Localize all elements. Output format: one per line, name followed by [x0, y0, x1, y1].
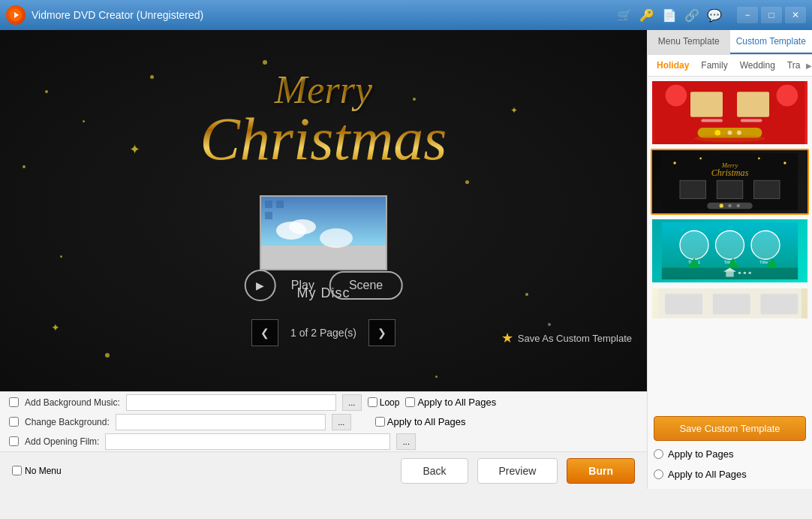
- close-button[interactable]: ✕: [785, 7, 806, 23]
- cat-tra[interactable]: Tra: [781, 58, 807, 73]
- deco-star-1: ✦: [129, 141, 140, 158]
- apply-all-radio[interactable]: [654, 469, 663, 479]
- add-film-row: Add Opening Film: ...: [9, 433, 638, 450]
- apply-all-1-checkbox[interactable]: [405, 397, 415, 407]
- svg-point-51: [749, 272, 751, 274]
- titlebar: Vidmore DVD Creator (Unregistered) 🛒 🔑 📄…: [0, 0, 812, 30]
- apply-all-label: Apply to All Pages: [668, 469, 747, 480]
- cat-wedding[interactable]: Wedding: [734, 58, 781, 73]
- bg-music-row: Add Background Music: ... Loop Apply to …: [9, 394, 638, 411]
- next-page-button[interactable]: ❯: [368, 319, 395, 346]
- xmas-text: Merry Christmas: [200, 68, 447, 166]
- svg-point-35: [737, 204, 740, 207]
- maximize-button[interactable]: □: [761, 7, 782, 23]
- svg-point-11: [666, 85, 687, 107]
- svg-rect-30: [717, 180, 743, 198]
- svg-point-21: [694, 135, 765, 143]
- no-menu-checkbox[interactable]: [12, 466, 22, 475]
- save-custom-label: Save As Custom Template: [518, 333, 632, 344]
- deco-star-3: ✦: [262, 391, 275, 391]
- svg-point-49: [738, 272, 741, 274]
- burn-button[interactable]: Burn: [567, 458, 635, 484]
- category-nav-right[interactable]: ▶: [806, 62, 812, 70]
- apply-pages-row: Apply to Pages: [654, 445, 806, 463]
- preview-canvas: ✦ ✦ ✦ ✦ Merry Christmas: [0, 30, 647, 391]
- add-film-browse-button[interactable]: ...: [396, 433, 416, 450]
- apply-area: Apply to Pages Apply to All Pages: [654, 445, 806, 483]
- template-preview-1: [652, 81, 807, 144]
- apply-all-2-label: Apply to All Pages: [387, 416, 466, 427]
- svg-rect-31: [753, 180, 780, 198]
- deco-star-4: ✦: [510, 105, 518, 116]
- cat-holiday[interactable]: Holiday: [651, 58, 695, 73]
- save-custom-area[interactable]: ★ Save As Custom Template: [501, 330, 632, 346]
- change-bg-checkbox[interactable]: [9, 417, 19, 427]
- template-item-3[interactable]: Title 1 Title 2 Title 3: [651, 218, 809, 284]
- back-button[interactable]: Back: [401, 458, 468, 484]
- prev-page-button[interactable]: ❮: [251, 319, 278, 346]
- right-panel: Menu Template Custom Template Holiday Fa…: [647, 30, 812, 489]
- template-item-1[interactable]: [651, 80, 809, 146]
- svg-point-25: [699, 158, 702, 160]
- app-title: Vidmore DVD Creator (Unregistered): [32, 9, 617, 21]
- cat-family[interactable]: Family: [695, 58, 733, 73]
- bg-music-browse-button[interactable]: ...: [342, 394, 362, 411]
- tab-menu-template[interactable]: Menu Template: [648, 30, 730, 54]
- change-bg-input[interactable]: [116, 414, 326, 430]
- scene-button[interactable]: Scene: [329, 271, 402, 300]
- apply-pages-label: Apply to Pages: [668, 448, 733, 460]
- file-icon[interactable]: 📄: [662, 8, 677, 23]
- bg-music-input[interactable]: [126, 394, 336, 411]
- svg-point-20: [737, 131, 741, 135]
- preview-button[interactable]: Preview: [477, 458, 558, 484]
- key-icon[interactable]: 🔑: [639, 8, 654, 23]
- link-icon[interactable]: 🔗: [684, 8, 699, 23]
- bottom-action-bar: No Menu Back Preview Burn: [0, 451, 647, 489]
- disc-thumbnail[interactable]: [260, 195, 387, 270]
- change-bg-label: Change Background:: [25, 417, 110, 427]
- loop-checkbox[interactable]: [368, 397, 377, 407]
- add-film-checkbox[interactable]: [9, 436, 19, 446]
- page-count: 1 of 2 Page(s): [290, 327, 356, 339]
- svg-point-19: [728, 131, 732, 135]
- play-label: Play: [291, 279, 314, 292]
- bg-music-label: Add Background Music:: [25, 397, 120, 408]
- template-item-2[interactable]: Merry Christmas: [651, 149, 809, 215]
- chat-icon[interactable]: 💬: [707, 8, 722, 23]
- templates-list: Merry Christmas: [648, 77, 812, 410]
- svg-rect-15: [701, 119, 723, 122]
- loop-label: Loop: [380, 397, 400, 408]
- svg-rect-29: [680, 180, 706, 198]
- change-bg-row: Change Background: ... Apply to All Page…: [9, 414, 638, 430]
- svg-rect-9: [265, 212, 272, 219]
- svg-rect-8: [276, 201, 284, 208]
- template-item-4[interactable]: [651, 287, 809, 320]
- svg-rect-48: [726, 272, 733, 277]
- no-menu-area: No Menu: [12, 466, 62, 476]
- category-tabs: Holiday Family Wedding Tra ▶: [648, 55, 812, 77]
- change-bg-browse-button[interactable]: ...: [332, 414, 351, 430]
- bg-music-checkbox[interactable]: [9, 397, 19, 407]
- apply-all-2-checkbox[interactable]: [375, 417, 385, 427]
- apply-all-row: Apply to All Pages: [654, 466, 806, 483]
- minimize-button[interactable]: −: [737, 7, 758, 23]
- save-template-button[interactable]: Save Custom Template: [654, 416, 806, 441]
- left-panel: ✦ ✦ ✦ ✦ Merry Christmas: [0, 30, 647, 489]
- template-tabs: Menu Template Custom Template: [648, 30, 812, 55]
- svg-rect-55: [760, 294, 798, 314]
- apply-pages-radio[interactable]: [654, 449, 663, 459]
- cart-icon[interactable]: 🛒: [617, 8, 632, 23]
- action-buttons: Save Custom Template Apply to Pages Appl…: [648, 410, 812, 489]
- christmas-text: Christmas: [200, 112, 447, 166]
- add-film-input[interactable]: [105, 433, 390, 450]
- svg-point-18: [714, 130, 720, 136]
- play-button[interactable]: ▶: [245, 270, 276, 301]
- preview-area: ✦ ✦ ✦ ✦ Merry Christmas: [0, 30, 647, 391]
- bottom-bar: Add Background Music: ... Loop Apply to …: [0, 391, 647, 451]
- tab-custom-template[interactable]: Custom Template: [730, 30, 813, 54]
- right-section: Menu Template Custom Template Holiday Fa…: [648, 30, 812, 489]
- app-logo: [6, 5, 26, 25]
- svg-point-37: [680, 231, 708, 259]
- template-preview-4: [652, 288, 807, 318]
- svg-point-50: [744, 272, 746, 274]
